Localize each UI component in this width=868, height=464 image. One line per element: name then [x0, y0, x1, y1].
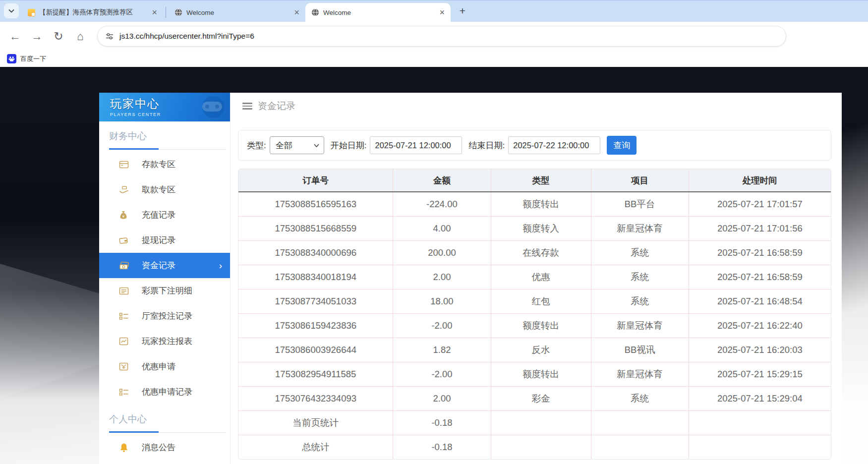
sidebar-item-label: 资金记录 [142, 260, 175, 271]
sidebar-item-recharge-records[interactable]: ¥充值记录› [99, 202, 230, 228]
sidebar-item-label: 优惠申请记录 [142, 386, 192, 398]
sidebar-item-lottery-bet-details[interactable]: 彩票下注明细› [99, 278, 230, 303]
project-cell: BB平台 [591, 192, 689, 216]
amount-cell: 1.82 [393, 338, 491, 362]
order-number-cell: 1753087734051033 [238, 289, 393, 313]
stats-row: 总统计-0.18 [238, 435, 831, 459]
sidebar-item-funds-records[interactable]: 资金记录› [99, 253, 230, 278]
end-date-label: 结束日期: [468, 140, 505, 151]
chevron-down-icon [8, 9, 14, 13]
deposit-card-icon [119, 160, 129, 170]
amount-cell: 18.00 [393, 289, 491, 313]
amount-cell: 200.00 [393, 240, 491, 265]
address-bar[interactable]: js13.cc/hhcp/usercenter.html?iniType=6 [97, 26, 786, 47]
sidebar-item-withdrawal-records[interactable]: 提现记录› [99, 228, 230, 253]
browser-window: 【新提醒】海燕体育预测推荐区 × Welcome × Welcome × + ←… [0, 0, 868, 464]
chevron-down-icon [314, 144, 319, 147]
new-tab-button[interactable]: + [456, 4, 469, 18]
sidebar-item-player-bet-report[interactable]: 玩家投注报表› [99, 329, 230, 354]
url-text: js13.cc/hhcp/usercenter.html?iniType=6 [119, 32, 254, 41]
type-cell: 红包 [491, 289, 591, 313]
bookmark-label: 百度一下 [20, 55, 46, 63]
sidebar-item-withdraw-zone[interactable]: 取款专区› [99, 177, 230, 202]
order-number-cell: 1753086003926644 [238, 338, 393, 362]
start-date-label: 开始日期: [331, 140, 367, 151]
time-cell: 2025-07-21 17:01:57 [689, 192, 831, 216]
coupon-icon [119, 362, 129, 372]
checklist-icon [119, 311, 129, 321]
site-settings-icon [105, 31, 115, 41]
hamburger-icon[interactable] [242, 103, 252, 110]
type-cell: 优惠 [491, 265, 591, 289]
tab-title: Welcome [323, 9, 434, 16]
chevron-right-icon: › [219, 260, 222, 271]
time-cell: 2025-07-21 17:01:56 [689, 216, 831, 240]
sidebar-item-hall-bet-records[interactable]: 厅室投注记录› [99, 303, 230, 329]
sidebar-item-messages[interactable]: 消息公告› [99, 435, 230, 460]
table-row: 17530883400181942.00优惠系统2025-07-21 16:58… [238, 265, 831, 289]
order-number-cell: 1753088340018194 [238, 265, 393, 289]
type-cell: 在线存款 [491, 240, 591, 265]
sidebar-item-label: 取款专区 [142, 184, 175, 195]
home-icon[interactable]: ⌂ [71, 27, 89, 45]
amount-cell: 4.00 [393, 216, 491, 240]
page-title: 资金记录 [258, 100, 295, 113]
tab-close-icon[interactable]: × [293, 8, 300, 17]
main-content: 资金记录 类型: 全部 开始日期: 结束日期: 查询 [231, 93, 842, 464]
type-cell: 额度转出 [491, 192, 591, 216]
tab-welcome-1[interactable]: Welcome × [169, 3, 305, 22]
type-cell: 额度转出 [491, 362, 591, 386]
amount-cell: -0.18 [393, 435, 491, 459]
time-cell: 2025-07-21 15:29:15 [689, 362, 831, 386]
time-cell: 2025-07-21 15:29:04 [689, 386, 831, 410]
gamepad-icon [187, 95, 226, 119]
sidebar-item-deposit-zone[interactable]: 存款专区› [99, 152, 230, 177]
amount-cell: -0.18 [393, 410, 491, 435]
sidebar-item-label: 消息公告 [142, 442, 175, 453]
type-cell [491, 435, 591, 459]
type-cell [491, 410, 591, 435]
funds-table: 订单号金额类型项目处理时间 1753088516595163-224.00额度转… [238, 169, 831, 460]
tab-close-icon[interactable]: × [151, 8, 158, 17]
svg-text:¥: ¥ [122, 214, 125, 219]
money-bag-icon: ¥ [119, 210, 129, 220]
browser-toolbar: ← → ↻ ⌂ js13.cc/hhcp/usercenter.html?ini… [0, 22, 868, 51]
back-icon[interactable]: ← [6, 27, 24, 45]
order-number-cell: 1753082954911585 [238, 362, 393, 386]
table-row: 1753088516595163-224.00额度转出BB平台2025-07-2… [238, 192, 831, 216]
tab-notification[interactable]: 【新提醒】海燕体育预测推荐区 × [22, 3, 163, 22]
sidebar-item-label: 厅室投注记录 [142, 310, 192, 322]
sidebar-item-promo-apply[interactable]: 优惠申请› [99, 354, 230, 379]
type-cell: 额度转出 [491, 313, 591, 338]
forward-icon[interactable]: → [28, 27, 46, 45]
bookmark-baidu[interactable]: 百度一下 [7, 54, 46, 63]
amount-cell: -2.00 [393, 362, 491, 386]
order-number-cell: 1753088515668559 [238, 216, 393, 240]
time-cell: 2025-07-21 16:20:03 [689, 338, 831, 362]
document-favicon-icon [28, 9, 35, 16]
bell-icon [119, 443, 129, 453]
reload-icon[interactable]: ↻ [50, 27, 67, 45]
col-header-time: 处理时间 [689, 169, 831, 192]
start-date-input[interactable] [370, 136, 462, 154]
order-number-cell: 1753088340000696 [238, 240, 393, 265]
tab-welcome-active[interactable]: Welcome × [305, 3, 451, 22]
table-row: 1753082954911585-2.00额度转出新皇冠体育2025-07-21… [238, 362, 831, 386]
time-cell [689, 410, 831, 435]
type-label: 类型: [247, 140, 266, 151]
section-underline [109, 431, 226, 433]
tab-close-icon[interactable]: × [438, 8, 446, 17]
globe-favicon-icon [174, 8, 182, 16]
end-date-input[interactable] [508, 136, 600, 154]
checklist-icon [119, 387, 129, 397]
sidebar-item-promo-apply-records[interactable]: 优惠申请记录› [99, 379, 230, 405]
type-select[interactable]: 全部 [270, 136, 324, 154]
tab-search-button[interactable] [4, 3, 19, 18]
query-button[interactable]: 查询 [607, 136, 637, 155]
sidebar-item-label: 彩票下注明细 [142, 285, 192, 296]
tab-title: Welcome [186, 9, 289, 16]
table-row: 1753086159423836-2.00额度转出新皇冠体育2025-07-21… [238, 313, 831, 338]
time-cell: 2025-07-21 16:48:54 [689, 289, 831, 313]
project-cell: 系统 [591, 265, 689, 289]
amount-cell: 2.00 [393, 265, 491, 289]
